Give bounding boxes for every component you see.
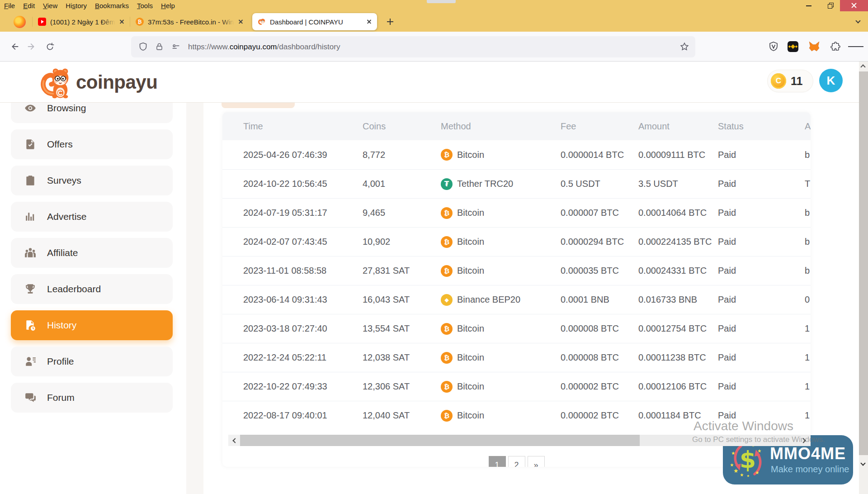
cell-status: Paid [718,179,805,189]
browser-tab-1[interactable]: (1001) 2 Ngày 1 Đêm Mùa 2 | Tậ [33,13,130,30]
menu-help[interactable]: Help [157,0,179,12]
menu-file[interactable]: File [0,0,19,12]
sidebar-item-offers[interactable]: Offers [11,129,173,159]
window-titlebar: FileEditViewHistoryBookmarksToolsHelp [0,0,868,12]
scroll-up-icon[interactable] [860,64,865,69]
vertical-scroll-thumb[interactable] [859,71,868,455]
sidebar-item-forum[interactable]: Forum [11,383,173,413]
binance-wallet-extension-icon[interactable] [785,39,801,54]
cell-method: ₿Bitcoin [441,149,561,161]
cell-address: b [805,150,811,160]
user-avatar[interactable]: K [819,69,843,92]
lock-icon[interactable] [155,43,164,51]
method-name: Bitcoin [457,323,484,334]
tab-close-icon[interactable] [118,18,126,26]
cell-status: Paid [718,237,805,247]
reload-button[interactable] [42,38,58,55]
tab-close-icon[interactable] [365,18,373,26]
url-text: https://www.coinpayu.com/dashboard/histo… [188,43,340,52]
sidebar-item-leaderboard[interactable]: Leaderboard [11,274,173,304]
tab-strip: (1001) 2 Ngày 1 Đêm Mùa 2 | Tậ₿37m:53s -… [32,13,381,30]
brand-name[interactable]: coinpayu [76,71,157,93]
close-button[interactable] [840,0,868,11]
app-menu-hamburger-icon[interactable] [848,39,863,54]
method-name: Bitcoin [457,352,484,363]
cell-method: ₿Bitcoin [441,265,561,277]
bitcoin-icon: ₿ [441,207,453,219]
browser-tab-3[interactable]: Dashboard | COINPAYU [252,13,377,30]
menu-bookmarks[interactable]: Bookmarks [91,0,133,12]
coinpayu-logo[interactable] [40,65,72,102]
table-row: 2024-02-07 07:43:4510,902₿Bitcoin0.00002… [222,227,811,256]
back-button[interactable] [6,38,23,55]
dollar-sign: $ [740,446,756,473]
cell-time: 2022-10-22 07:49:33 [243,381,363,392]
method-name: Bitcoin [457,410,484,421]
shield-icon[interactable] [138,42,148,52]
squirrel-mascot-icon [40,65,72,100]
coin-count: 11 [791,75,802,88]
sidebar-item-profile[interactable]: Profile [11,347,173,376]
sidebar-item-surveys[interactable]: Surveys [11,166,173,195]
sidebar-item-history[interactable]: History [11,310,173,340]
sidebar-item-label: Browsing [47,103,86,114]
cell-status: Paid [718,352,805,363]
violentmonkey-extension-icon[interactable] [766,39,781,54]
sidebar-item-label: History [47,320,76,331]
table-row: 2024-10-22 10:56:454,001₮Tether TRC200.5… [222,169,811,198]
url-path: /dashboard/history [277,43,340,51]
history-icon [24,319,36,331]
tab-close-icon[interactable] [237,18,245,26]
cell-fee: 0.000002 BTC [561,410,638,421]
page-button-»[interactable]: » [528,456,545,467]
cell-address: 1 [805,381,811,392]
vertical-scrollbar[interactable] [859,62,868,494]
url-bar[interactable]: https://www.coinpayu.com/dashboard/histo… [131,36,695,57]
menu-tools[interactable]: Tools [133,0,157,12]
coin-balance[interactable]: C 11 [768,70,813,92]
sidebar-item-affiliate[interactable]: Affiliate [11,238,173,268]
bookmark-star-icon[interactable] [679,42,689,53]
eye-icon [24,102,36,114]
coin-icon: C [771,73,786,89]
menu-view[interactable]: View [39,0,61,12]
navigation-toolbar: https://www.coinpayu.com/dashboard/histo… [0,32,868,62]
menu-edit[interactable]: Edit [19,0,39,12]
cell-coins: 16,043 SAT [363,294,441,305]
cell-address: b [805,208,811,218]
cell-coins: 4,001 [363,179,441,189]
permissions-icon[interactable] [171,42,181,52]
offers-icon [24,138,36,150]
scroll-down-icon[interactable] [860,461,865,466]
cell-status: Paid [718,381,805,392]
cell-fee: 0.0000014 BTC [561,150,638,160]
cell-status: Paid [718,150,805,160]
url-domain: coinpayu.com [230,43,277,51]
new-tab-button[interactable] [383,15,397,28]
cell-time: 2022-12-24 05:22:11 [243,352,363,363]
extensions-puzzle-icon[interactable] [828,39,843,54]
browser-tab-2[interactable]: ₿37m:53s - FreeBitco.in - Win free [130,13,249,30]
tab-title: Dashboard | COINPAYU [270,18,363,26]
forward-button[interactable] [24,38,40,55]
bitcoin-icon: ₿ [441,352,453,364]
minimize-button[interactable] [798,0,819,11]
column-header-amount: Amount [638,121,718,132]
menu-history[interactable]: History [61,0,91,12]
horizontal-scroll-thumb[interactable] [240,435,640,446]
column-header-method: Method [441,121,561,132]
metamask-extension-icon[interactable] [807,39,822,54]
page-button-1[interactable]: 1 [489,456,506,467]
cell-method: ₿Bitcoin [441,352,561,364]
scroll-left-button[interactable] [228,435,240,446]
star-icon [758,449,761,452]
active-filter-tab-remnant[interactable] [222,103,295,108]
page-button-2[interactable]: 2 [508,456,525,467]
cell-coins: 10,902 [363,237,441,247]
restore-button[interactable] [819,0,840,11]
list-all-tabs-icon[interactable] [855,18,860,23]
cell-fee: 0.000035 BTC [561,266,638,276]
table-row: 2023-11-01 08:58:5827,831 SAT₿Bitcoin0.0… [222,256,811,285]
sidebar-item-advertise[interactable]: Advertise [11,202,173,232]
cell-status: Paid [718,294,805,305]
